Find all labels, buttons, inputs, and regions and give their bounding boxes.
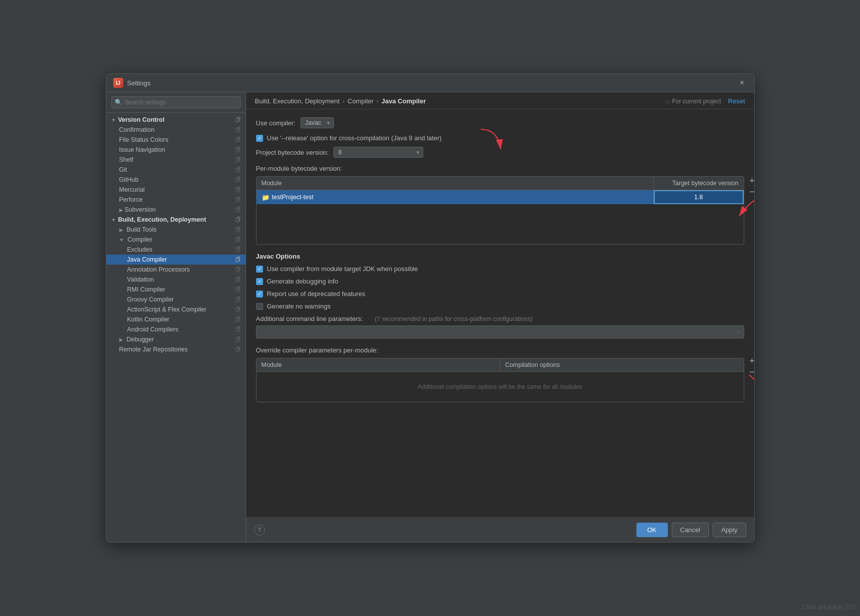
sidebar-item-annotation[interactable]: Annotation Processors 🗍 xyxy=(106,265,246,275)
breadcrumb-sep-1: › xyxy=(342,98,344,105)
sidebar-item-kotlin[interactable]: Kotlin Compiler 🗍 xyxy=(106,314,246,324)
copy-icon-fsc: 🗍 xyxy=(235,137,241,143)
sidebar-item-java-compiler[interactable]: Java Compiler 🗍 xyxy=(106,255,246,265)
cb2-checkbox[interactable]: ✓ xyxy=(256,278,263,285)
compiler-select[interactable]: Javac xyxy=(300,117,334,128)
override-module-col-header: Module xyxy=(257,358,501,371)
sidebar-label-java-compiler: Java Compiler xyxy=(111,256,167,263)
sidebar-item-debugger[interactable]: ▶ Debugger 🗍 xyxy=(106,334,246,344)
close-button[interactable]: × xyxy=(737,78,747,88)
module-table-container: Module Target bytecode version 📁 testPro… xyxy=(256,176,744,245)
sidebar-label-rmi: RMI Compiler xyxy=(111,286,165,293)
cb4-row: Generate no warnings xyxy=(256,303,744,310)
for-project-link: ◇ For current project xyxy=(665,98,721,105)
cb4-label: Generate no warnings xyxy=(267,303,331,310)
sidebar-label-excludes: Excludes xyxy=(111,246,153,253)
reset-link[interactable]: Reset xyxy=(728,97,745,105)
target-version-cell[interactable]: 1.8 xyxy=(654,190,744,204)
expand-arrow-dbg: ▶ xyxy=(119,337,123,342)
cb3-checkbox[interactable]: ✓ xyxy=(256,291,263,298)
check-mark: ✓ xyxy=(258,135,262,141)
bytecode-select[interactable]: 8 xyxy=(333,147,423,158)
cb4-checkbox[interactable] xyxy=(256,303,263,310)
sidebar-item-groovy[interactable]: Groovy Compiler 🗍 xyxy=(106,295,246,305)
sidebar-item-file-status-colors[interactable]: File Status Colors 🗍 xyxy=(106,135,246,145)
app-icon: IJ xyxy=(113,78,123,88)
sidebar-item-validation[interactable]: Validation 🗍 xyxy=(106,275,246,285)
dialog-body: 🔍 ▼ Version Control 🗍 Confirmation 🗍 Fil… xyxy=(106,92,754,542)
sidebar-item-build-tools[interactable]: ▶ Build Tools 🗍 xyxy=(106,225,246,235)
sidebar-item-version-control[interactable]: ▼ Version Control 🗍 xyxy=(106,115,246,125)
breadcrumb-item-2: Compiler xyxy=(347,97,373,105)
copy-icon-merc: 🗍 xyxy=(235,187,241,193)
expand-arrow-comp: ▼ xyxy=(119,237,124,243)
release-checkbox[interactable]: ✓ xyxy=(256,135,263,142)
override-controls: + − xyxy=(747,356,754,376)
expand-icon: ⤢ xyxy=(736,328,741,335)
sidebar-item-github[interactable]: GitHub 🗍 xyxy=(106,175,246,185)
sidebar-label-bed: Build, Execution, Deployment xyxy=(118,216,206,223)
help-button[interactable]: ? xyxy=(254,525,265,536)
bytecode-select-wrap: 8 ▼ xyxy=(333,147,423,158)
sidebar-label-github: GitHub xyxy=(111,176,139,183)
compiler-select-wrap: Javac ▼ xyxy=(300,117,334,128)
sidebar-item-compiler[interactable]: ▼ Compiler 🗍 xyxy=(106,235,246,245)
sidebar-item-confirmation[interactable]: Confirmation 🗍 xyxy=(106,125,246,135)
add-module-button[interactable]: + xyxy=(747,176,754,185)
sidebar-label-mercurial: Mercurial xyxy=(111,186,145,193)
copy-icon-comp: 🗍 xyxy=(235,237,241,243)
footer-right: OK Cancel Apply xyxy=(636,523,746,537)
use-compiler-label: Use compiler: xyxy=(256,119,295,127)
add-override-button[interactable]: + xyxy=(747,356,754,365)
expand-arrow-vc: ▼ xyxy=(111,117,116,123)
sidebar-item-android[interactable]: Android Compilers 🗍 xyxy=(106,324,246,334)
module-table-empty-area xyxy=(257,204,744,244)
cb2-check: ✓ xyxy=(258,279,262,284)
sidebar-item-excludes[interactable]: Excludes 🗍 xyxy=(106,245,246,255)
cb1-label: Use compiler from module target JDK when… xyxy=(267,265,418,273)
apply-button[interactable]: Apply xyxy=(713,523,746,537)
sidebar-item-mercurial[interactable]: Mercurial 🗍 xyxy=(106,185,246,195)
sidebar-item-actionscript[interactable]: ActionScript & Flex Compiler 🗍 xyxy=(106,305,246,314)
cb1-checkbox[interactable]: ✓ xyxy=(256,266,263,273)
target-col-header: Target bytecode version xyxy=(654,177,744,190)
override-empty-hint: Additional compilation options will be t… xyxy=(418,383,582,390)
ok-button[interactable]: OK xyxy=(636,523,668,537)
copy-icon-val: 🗍 xyxy=(235,277,241,283)
copy-icon-kotlin: 🗍 xyxy=(235,316,241,322)
sidebar-label-subversion: ▶Subversion xyxy=(111,206,156,213)
sidebar-item-shelf[interactable]: Shelf 🗍 xyxy=(106,155,246,165)
search-input[interactable] xyxy=(111,96,241,108)
sidebar-label-remote-jar: Remote Jar Repositories xyxy=(111,346,188,353)
remove-module-button[interactable]: − xyxy=(747,187,754,196)
copy-icon-excl: 🗍 xyxy=(235,247,241,253)
override-table: Module Compilation options Additional co… xyxy=(256,358,744,402)
use-compiler-row: Use compiler: Javac ▼ xyxy=(256,117,744,128)
sidebar-item-subversion[interactable]: ▶Subversion 🗍 xyxy=(106,205,246,215)
cmd-input[interactable] xyxy=(256,325,744,338)
copy-icon-github: 🗍 xyxy=(235,177,241,183)
per-module-label: Per-module bytecode version: xyxy=(256,165,744,172)
table-row[interactable]: 📁 testProject-test 1.8 xyxy=(257,190,744,204)
sidebar-item-perforce[interactable]: Perforce 🗍 xyxy=(106,195,246,205)
copy-icon-android: 🗍 xyxy=(235,326,241,332)
copy-icon-vc: 🗍 xyxy=(235,117,241,123)
title-bar-left: IJ Settings xyxy=(113,78,151,88)
sidebar-label-android: Android Compilers xyxy=(111,326,179,333)
sidebar-item-git[interactable]: Git 🗍 xyxy=(106,165,246,175)
cmd-label-row: Additional command line parameters: ('/'… xyxy=(256,315,744,322)
override-table-header: Module Compilation options xyxy=(257,358,744,372)
sidebar-item-rmi[interactable]: RMI Compiler 🗍 xyxy=(106,285,246,295)
sidebar-item-remote-jar[interactable]: Remote Jar Repositories 🗍 xyxy=(106,344,246,354)
sidebar-item-issue-navigation[interactable]: Issue Navigation 🗍 xyxy=(106,145,246,155)
breadcrumb: Build, Execution, Deployment › Compiler … xyxy=(246,92,754,109)
copy-icon-rmi: 🗍 xyxy=(235,287,241,293)
remove-override-button[interactable]: − xyxy=(747,367,754,376)
content-area: Use compiler: Javac ▼ ✓ Use '--release' … xyxy=(246,109,754,517)
copy-icon-shelf: 🗍 xyxy=(235,157,241,163)
breadcrumb-sep-2: › xyxy=(376,98,378,105)
breadcrumb-item-1: Build, Execution, Deployment xyxy=(255,97,340,105)
dialog-title: Settings xyxy=(127,79,151,87)
cancel-button[interactable]: Cancel xyxy=(672,523,709,537)
sidebar-item-build-exec-deploy[interactable]: ▼ Build, Execution, Deployment 🗍 xyxy=(106,215,246,225)
